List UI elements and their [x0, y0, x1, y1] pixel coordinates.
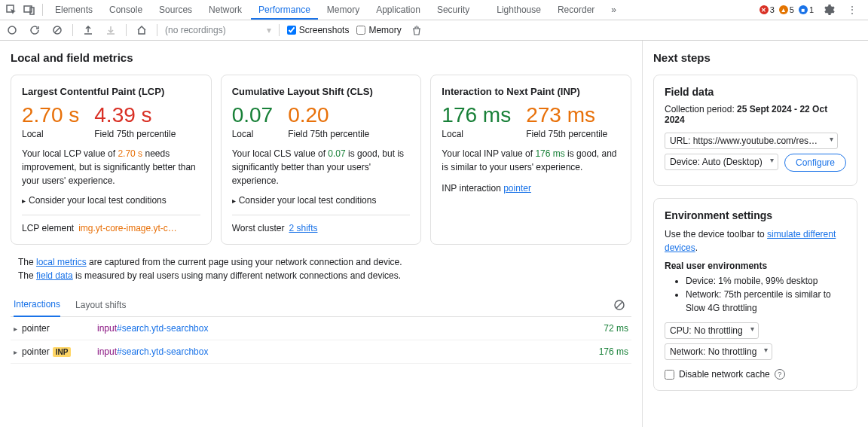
env-device-bullet: Device: 1% mobile, 99% desktop: [686, 274, 846, 288]
separator: [42, 4, 43, 16]
tab-security[interactable]: Security: [429, 0, 477, 20]
reload-record-icon[interactable]: [27, 23, 42, 38]
inp-local-value: 176 ms: [442, 105, 511, 126]
lcp-local-label: Local: [22, 129, 79, 139]
help-icon[interactable]: ?: [775, 369, 785, 380]
next-steps-panel: Next steps Field data Collection period:…: [642, 41, 868, 427]
more-tabs-icon[interactable]: »: [604, 5, 624, 15]
tab-recorder[interactable]: Recorder: [550, 0, 602, 20]
memory-label: Memory: [368, 25, 401, 35]
env-title: Environment settings: [665, 209, 846, 221]
tab-network[interactable]: Network: [201, 0, 249, 20]
tab-memory[interactable]: Memory: [319, 0, 367, 20]
lcp-field-label: Field 75th percentile: [94, 129, 176, 139]
cls-cluster-label: Worst cluster: [232, 223, 285, 233]
inspect-icon[interactable]: [3, 2, 20, 18]
tab-elements[interactable]: Elements: [47, 0, 100, 20]
errors-badge[interactable]: ✕3: [760, 5, 775, 14]
inp-field-label: Field 75th percentile: [526, 129, 607, 139]
recordings-dropdown[interactable]: (no recordings)▾: [165, 25, 271, 35]
inp-badge: INP: [53, 347, 72, 357]
record-icon[interactable]: [5, 23, 20, 38]
tab-console[interactable]: Console: [102, 0, 150, 20]
warnings-badge[interactable]: ▲5: [779, 5, 794, 14]
field-data-panel: Field data Collection period: 25 Sept 20…: [653, 75, 857, 186]
inp-card: Interaction to Next Paint (INP) 176 msLo…: [430, 75, 631, 245]
tab-application[interactable]: Application: [368, 0, 428, 20]
inp-description: Your local INP value of 176 ms is good, …: [442, 147, 620, 174]
metrics-panel: Local and field metrics Largest Contentf…: [0, 41, 642, 427]
lcp-element-label: LCP element: [22, 223, 74, 233]
cls-shifts-link[interactable]: 2 shifts: [289, 223, 317, 233]
inp-title: Interaction to Next Paint (INP): [442, 86, 620, 97]
separator: [279, 24, 280, 36]
subtab-layout-shifts[interactable]: Layout shifts: [75, 294, 126, 316]
lcp-description: Your local LCP value of 2.70 s needs imp…: [22, 147, 200, 188]
tab-sources[interactable]: Sources: [151, 0, 200, 20]
interaction-selector[interactable]: input#search.ytd-searchbox: [97, 346, 599, 357]
screenshots-checkbox[interactable]: Screenshots: [287, 25, 350, 35]
environment-panel: Environment settings Use the device tool…: [653, 198, 857, 391]
inp-interaction-label: INP interaction: [442, 183, 501, 194]
interaction-time: 72 ms: [604, 323, 628, 334]
svg-point-3: [8, 26, 16, 34]
separator: [72, 24, 73, 36]
inp-local-label: Local: [442, 129, 511, 139]
interaction-row[interactable]: pointerINP input#search.ytd-searchbox 17…: [11, 340, 631, 364]
subtab-interactions[interactable]: Interactions: [14, 293, 60, 317]
device-toolbar-icon[interactable]: [21, 2, 38, 18]
cls-title: Cumulative Layout Shift (CLS): [232, 86, 411, 97]
interaction-row[interactable]: pointer input#search.ytd-searchbox 72 ms: [11, 317, 631, 340]
gc-icon[interactable]: [409, 23, 424, 38]
svg-line-5: [55, 28, 60, 33]
tab-lighthouse[interactable]: Lighthouse: [489, 0, 549, 20]
devtools-tab-bar: Elements Console Sources Network Perform…: [0, 0, 868, 20]
real-user-env-label: Real user environments: [665, 261, 846, 271]
screenshots-label: Screenshots: [299, 25, 350, 35]
inp-interaction-link[interactable]: pointer: [503, 183, 531, 194]
memory-checkbox[interactable]: Memory: [356, 25, 401, 35]
warnings-count: 5: [790, 5, 794, 14]
cls-local-label: Local: [232, 129, 274, 139]
download-icon[interactable]: [103, 23, 118, 38]
disable-cache-checkbox[interactable]: [665, 370, 674, 380]
lcp-title: Largest Contentful Paint (LCP): [22, 86, 200, 97]
lcp-element-link[interactable]: img.yt-core-image.yt-c…: [78, 223, 177, 233]
network-throttle-select[interactable]: Network: No throttling: [665, 343, 772, 360]
kebab-icon[interactable]: ⋮: [844, 2, 860, 18]
clear-icon[interactable]: [50, 23, 65, 38]
field-data-link[interactable]: field data: [36, 270, 73, 281]
interaction-time: 176 ms: [599, 346, 628, 357]
cpu-throttle-select[interactable]: CPU: No throttling: [665, 322, 759, 339]
cls-disclosure[interactable]: Consider your local test conditions: [232, 195, 411, 206]
interaction-selector[interactable]: input#search.ytd-searchbox: [97, 323, 604, 334]
lcp-card: Largest Contentful Paint (LCP) 2.70 sLoc…: [11, 75, 212, 245]
url-select[interactable]: URL: https://www.youtube.com/results: [665, 133, 838, 149]
lcp-field-value: 4.39 s: [94, 105, 176, 126]
lcp-local-value: 2.70 s: [22, 105, 79, 126]
inp-field-value: 273 ms: [526, 105, 607, 126]
local-metrics-link[interactable]: local metrics: [36, 257, 87, 267]
svg-line-7: [616, 302, 622, 308]
lcp-disclosure[interactable]: Consider your local test conditions: [22, 195, 200, 206]
collection-period-label: Collection period:: [665, 104, 737, 114]
separator: [157, 24, 157, 36]
cls-field-value: 0.20: [288, 105, 369, 126]
perf-toolbar: (no recordings)▾ Screenshots Memory: [0, 20, 868, 41]
separator: [126, 24, 127, 36]
metrics-explanation: The local metrics are captured from the …: [18, 255, 624, 282]
next-steps-title: Next steps: [653, 51, 857, 64]
issues-badge[interactable]: ■1: [799, 5, 814, 14]
issues-count: 1: [809, 5, 814, 14]
tab-performance[interactable]: Performance: [251, 0, 318, 20]
upload-icon[interactable]: [81, 23, 96, 38]
clear-interactions-icon[interactable]: [610, 296, 628, 314]
disable-cache-label: Disable network cache: [679, 369, 770, 380]
interaction-type: pointer: [22, 323, 97, 334]
errors-count: 3: [770, 5, 775, 14]
device-select[interactable]: Device: Auto (Desktop): [665, 154, 778, 170]
cls-field-label: Field 75th percentile: [288, 129, 369, 139]
home-icon[interactable]: [134, 23, 149, 38]
gear-icon[interactable]: [821, 2, 838, 18]
configure-button[interactable]: Configure: [784, 154, 846, 172]
